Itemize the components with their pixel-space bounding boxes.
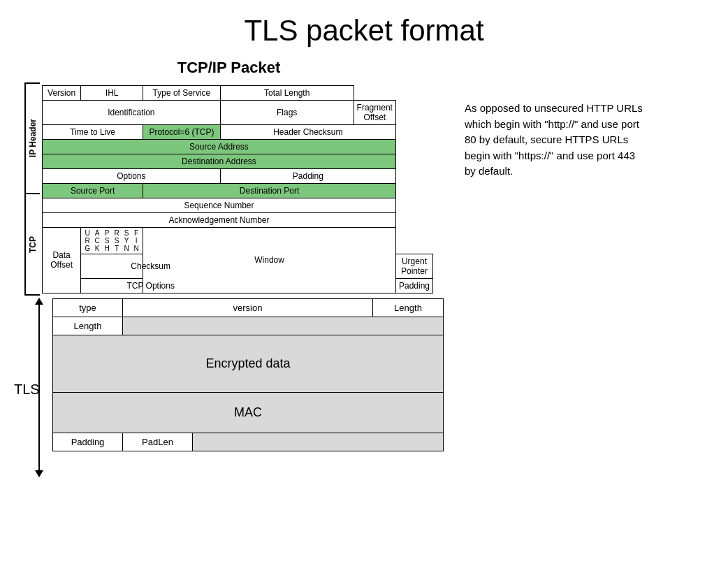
cell-ttl: Time to Live [43,124,143,139]
tls-label: TLS [14,382,40,398]
cell-tcp-options: TCP Options [81,278,221,293]
tls-type: type [53,299,123,317]
cell-ihl: IHL [81,85,143,100]
cell-ack-number: Acknowledgement Number [43,212,396,227]
tls-section: TLS type version Length [14,298,444,480]
tls-padding: Padding [53,433,123,451]
cell-padding-ip: Padding [220,168,395,183]
table-row: Time to Live Protocol=6 (TCP) Header Che… [43,124,433,139]
cell-identification: Identification [43,100,221,124]
tls-length-2: Length [53,317,123,335]
cell-urgent-pointer: Urgent Pointer [395,254,432,278]
right-panel: As opposed to unsecured HTTP URLs which … [465,101,646,180]
table-row: Data Offset UAPRSF RCSSYI GKHTNN Window [43,227,433,254]
cell-flags: Flags [220,100,354,124]
tls-encrypted: Encrypted data [53,335,443,393]
left-panel: TCP/IP Packet IP Header TCP Version [14,59,444,480]
cell-version: Version [43,85,81,100]
table-row: Source Port Destination Port [43,183,433,198]
cell-source-address: Source Address [43,139,396,154]
main-content: TCP/IP Packet IP Header TCP Version [14,59,714,480]
cell-header-checksum: Header Checksum [220,124,395,139]
tls-boxes: type version Length Length Encrypted dat… [52,298,444,451]
tls-row-2: Length [53,317,443,335]
page-title: TLS packet format [244,14,483,48]
sidebar-text: As opposed to unsecured HTTP URLs which … [465,101,646,180]
tls-padlen: PadLen [123,433,193,451]
tls-mac: MAC [53,393,443,433]
table-row: Acknowledgement Number [43,212,433,227]
table-row: Identification Flags Fragment Offset [43,100,433,124]
tls-length-1: Length [373,299,443,317]
tcp-ip-title: TCP/IP Packet [177,59,281,77]
cell-tos: Type of Service [143,85,221,100]
tls-pad-gray [193,433,443,451]
table-row: Source Address [43,139,433,154]
tcp-ip-table: Version IHL Type of Service Total Length… [42,85,433,293]
diagram-container: TCP/IP Packet IP Header TCP Version [14,59,444,480]
cell-source-port: Source Port [43,183,143,198]
cell-protocol: Protocol=6 (TCP) [143,124,221,139]
cell-total-length: Total Length [220,85,354,100]
tcp-ip-wrapper: IP Header TCP Version IHL Type of Servic… [24,82,433,296]
cell-dest-port: Destination Port [143,183,396,198]
table-row: Sequence Number [43,198,433,212]
cell-checksum: Checksum [81,254,221,278]
tcp-label: TCP [28,236,38,253]
tls-padding-row: Padding PadLen [53,433,443,451]
cell-data-offset: Data Offset [43,227,81,293]
cell-padding-tcp: Padding [395,278,432,293]
ip-header-label: IP Header [28,119,38,157]
table-row: Destination Address [43,154,433,168]
cell-dest-address: Destination Address [43,154,396,168]
cell-fragment-offset: Fragment Offset [354,100,395,124]
table-row: Version IHL Type of Service Total Length [43,85,433,100]
tls-empty-gray [123,317,443,335]
cell-options: Options [43,168,221,183]
cell-flags-tcp: UAPRSF RCSSYI GKHTNN [81,227,143,254]
tls-row-1: type version Length [53,299,443,317]
cell-seq-number: Sequence Number [43,198,396,212]
table-row: Options Padding [43,168,433,183]
tls-version: version [123,299,373,317]
